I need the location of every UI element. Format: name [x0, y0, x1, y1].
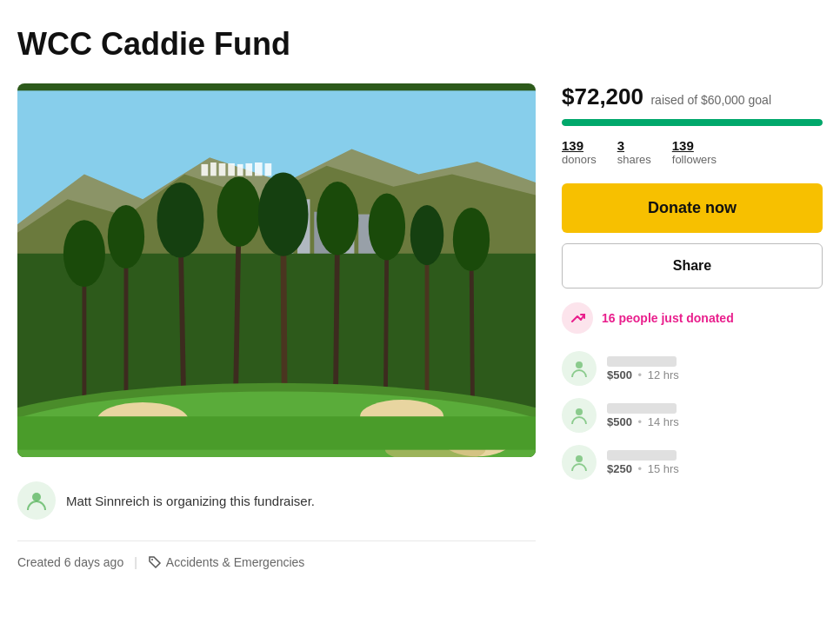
donor-item: $250 • 15 hrs	[562, 445, 823, 480]
donor-meta: $500 • 14 hrs	[607, 415, 679, 428]
donor-person-icon	[569, 358, 590, 379]
svg-point-34	[453, 208, 490, 271]
category-label: Accidents & Emergencies	[166, 555, 305, 569]
shares-stat: 3 shares	[617, 138, 651, 166]
donor-amount: $250	[607, 462, 632, 475]
svg-rect-41	[17, 416, 536, 449]
meta-divider: |	[134, 555, 137, 569]
followers-stat: 139 followers	[672, 138, 717, 166]
amount-goal: raised of $60,000 goal	[650, 93, 771, 107]
campaign-image	[17, 83, 536, 457]
donors-count[interactable]: 139	[562, 138, 597, 153]
svg-rect-10	[265, 163, 272, 176]
trending-text: 16 people just donated	[602, 311, 734, 325]
svg-point-45	[576, 408, 583, 415]
svg-point-44	[576, 361, 583, 368]
svg-point-32	[410, 205, 443, 265]
organizer-info: Matt Sinnreich is organizing this fundra…	[17, 478, 536, 523]
organizer-text: Matt Sinnreich is organizing this fundra…	[66, 494, 315, 508]
svg-rect-6	[228, 163, 235, 176]
svg-rect-4	[210, 162, 217, 176]
donor-time: 14 hrs	[648, 415, 679, 428]
svg-point-43	[151, 559, 153, 560]
svg-rect-8	[245, 163, 252, 176]
donors-label: donors	[562, 153, 597, 166]
meta-bar: Created 6 days ago | Accidents & Emergen…	[17, 540, 536, 569]
donor-avatar	[562, 351, 597, 386]
donor-name-placeholder	[607, 403, 677, 414]
page-title: WCC Caddie Fund	[17, 26, 823, 63]
donors-stat: 139 donors	[562, 138, 597, 166]
svg-point-42	[32, 493, 41, 501]
share-button[interactable]: Share	[562, 243, 823, 288]
trending-icon	[562, 302, 593, 334]
donor-avatar	[562, 445, 597, 480]
donor-amount: $500	[607, 415, 632, 428]
organizer-avatar	[17, 481, 56, 520]
created-date: Created 6 days ago	[17, 555, 123, 569]
donor-avatar	[562, 398, 597, 433]
donor-amount: $500	[607, 368, 632, 381]
svg-rect-5	[219, 163, 226, 176]
trending-arrow-icon	[570, 310, 585, 326]
donor-info: $500 • 12 hrs	[607, 356, 679, 381]
svg-rect-3	[201, 164, 208, 176]
meta-category: Accidents & Emergencies	[148, 555, 305, 569]
svg-point-18	[63, 220, 105, 287]
progress-bar-fill	[562, 119, 823, 126]
donor-item: $500 • 12 hrs	[562, 351, 823, 386]
svg-point-24	[217, 176, 261, 247]
donor-time: 15 hrs	[648, 462, 679, 475]
right-column: $72,200 raised of $60,000 goal 139 donor…	[562, 83, 823, 480]
donor-name-placeholder	[607, 450, 677, 461]
followers-label: followers	[672, 153, 717, 166]
donate-button[interactable]: Donate now	[562, 183, 823, 233]
amount-section: $72,200 raised of $60,000 goal	[562, 83, 823, 110]
donor-person-icon	[569, 452, 590, 473]
left-column: Matt Sinnreich is organizing this fundra…	[17, 83, 536, 569]
tag-icon	[148, 555, 162, 569]
svg-rect-9	[255, 162, 263, 176]
donor-time: 12 hrs	[648, 368, 679, 381]
shares-count[interactable]: 3	[617, 138, 651, 153]
main-content: Matt Sinnreich is organizing this fundra…	[17, 83, 823, 569]
donor-info: $250 • 15 hrs	[607, 450, 679, 475]
trending-badge: 16 people just donated	[562, 302, 823, 334]
donor-info: $500 • 14 hrs	[607, 403, 679, 428]
stats-row: 139 donors 3 shares 139 followers	[562, 138, 823, 166]
svg-point-22	[157, 182, 204, 258]
svg-point-28	[317, 182, 358, 255]
donor-meta: $500 • 12 hrs	[607, 368, 679, 381]
donor-name-placeholder	[607, 356, 677, 367]
page-wrapper: WCC Caddie Fund	[0, 0, 840, 630]
donor-person-icon	[569, 405, 590, 426]
donor-item: $500 • 14 hrs	[562, 398, 823, 433]
svg-point-46	[576, 455, 583, 462]
donor-meta: $250 • 15 hrs	[607, 462, 679, 475]
svg-point-30	[369, 194, 405, 261]
amount-raised: $72,200	[562, 83, 643, 109]
svg-rect-7	[237, 164, 243, 176]
followers-count[interactable]: 139	[672, 138, 717, 153]
svg-point-26	[258, 173, 309, 256]
progress-bar-wrapper	[562, 119, 823, 126]
svg-point-20	[108, 205, 144, 269]
shares-label: shares	[617, 153, 651, 166]
donor-list: $500 • 12 hrs	[562, 351, 823, 480]
